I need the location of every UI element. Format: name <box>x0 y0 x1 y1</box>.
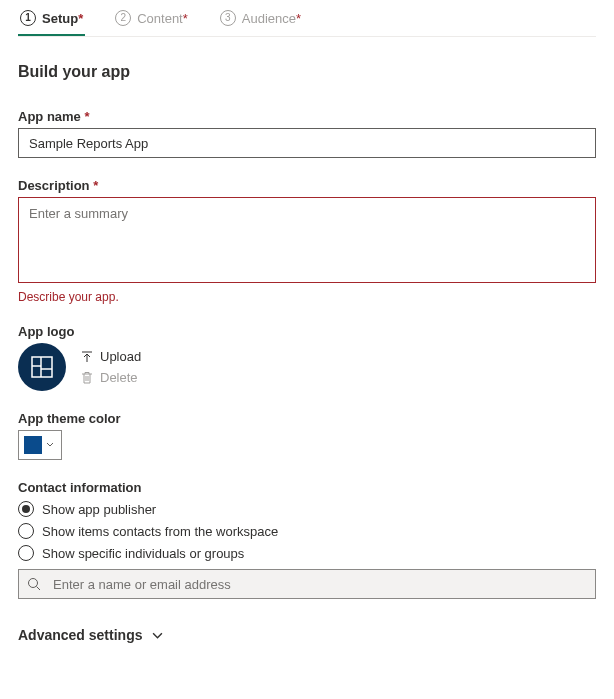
contact-info-label: Contact information <box>18 480 596 495</box>
description-field: Description * Describe your app. <box>18 178 596 304</box>
advanced-settings-toggle[interactable]: Advanced settings <box>18 627 596 643</box>
tab-label: Audience* <box>242 11 301 26</box>
tab-audience[interactable]: 3 Audience* <box>218 0 303 36</box>
radio-label: Show specific individuals or groups <box>42 546 244 561</box>
tab-step-number: 1 <box>20 10 36 26</box>
radio-icon <box>18 545 34 561</box>
upload-logo-button[interactable]: Upload <box>80 349 141 364</box>
svg-rect-0 <box>32 357 52 377</box>
tab-step-number: 3 <box>220 10 236 26</box>
app-logo-label: App logo <box>18 324 596 339</box>
tab-setup[interactable]: 1 Setup* <box>18 0 85 36</box>
contact-info-field: Contact information Show app publisher S… <box>18 480 596 599</box>
chevron-down-icon <box>152 630 163 641</box>
description-input[interactable] <box>18 197 596 283</box>
theme-color-field: App theme color <box>18 411 596 460</box>
delete-logo-button[interactable]: Delete <box>80 370 141 385</box>
upload-icon <box>80 350 94 364</box>
chevron-down-icon <box>46 441 54 449</box>
theme-color-label: App theme color <box>18 411 596 426</box>
radio-show-workspace-contacts[interactable]: Show items contacts from the workspace <box>18 523 596 539</box>
app-logo-field: App logo Upload <box>18 324 596 391</box>
app-name-field: App name * <box>18 109 596 158</box>
wizard-tabs: 1 Setup* 2 Content* 3 Audience* <box>18 0 596 37</box>
trash-icon <box>80 371 94 385</box>
app-name-input[interactable] <box>18 128 596 158</box>
contact-search-box[interactable] <box>18 569 596 599</box>
svg-line-9 <box>37 587 41 591</box>
description-label: Description * <box>18 178 596 193</box>
radio-icon <box>18 501 34 517</box>
app-logo-icon <box>31 356 53 378</box>
svg-point-8 <box>29 579 38 588</box>
radio-show-specific[interactable]: Show specific individuals or groups <box>18 545 596 561</box>
tab-step-number: 2 <box>115 10 131 26</box>
radio-label: Show items contacts from the workspace <box>42 524 278 539</box>
app-name-label: App name * <box>18 109 596 124</box>
tab-label: Content* <box>137 11 188 26</box>
tab-label: Setup* <box>42 11 83 26</box>
description-error: Describe your app. <box>18 290 596 304</box>
radio-icon <box>18 523 34 539</box>
theme-color-picker[interactable] <box>18 430 62 460</box>
theme-color-swatch <box>24 436 42 454</box>
radio-show-publisher[interactable]: Show app publisher <box>18 501 596 517</box>
app-logo-preview <box>18 343 66 391</box>
tab-content[interactable]: 2 Content* <box>113 0 190 36</box>
contact-search-input[interactable] <box>51 576 587 593</box>
radio-label: Show app publisher <box>42 502 156 517</box>
page-title: Build your app <box>18 63 596 81</box>
search-icon <box>27 577 41 591</box>
